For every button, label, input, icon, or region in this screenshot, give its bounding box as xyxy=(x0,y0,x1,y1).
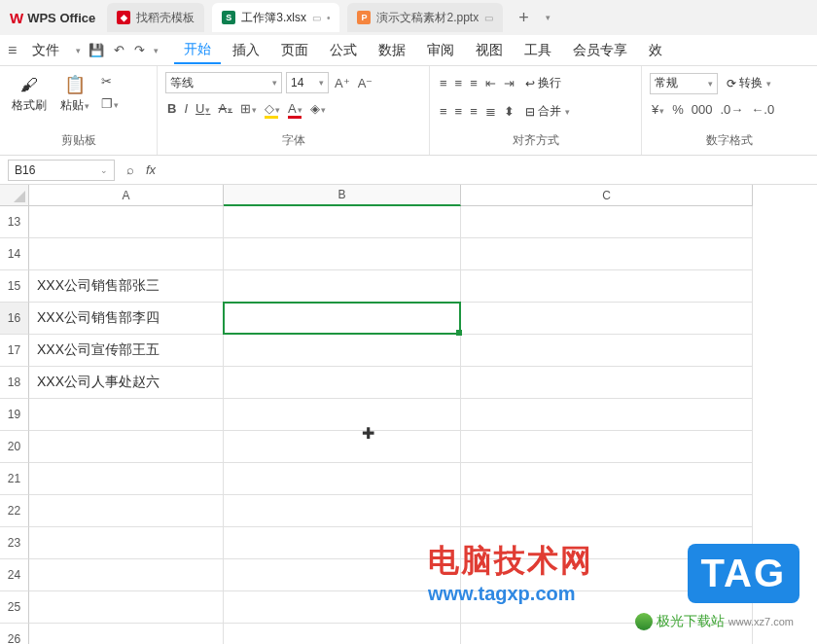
save-icon[interactable]: 💾 xyxy=(87,41,106,59)
copy-icon[interactable]: ❐▾ xyxy=(99,94,121,113)
row-header[interactable]: 16 xyxy=(0,303,29,335)
col-header-B[interactable]: B xyxy=(224,185,461,206)
row-header[interactable]: 23 xyxy=(0,527,29,559)
col-header-C[interactable]: C xyxy=(461,185,753,206)
cell[interactable] xyxy=(29,624,224,644)
menu-data[interactable]: 数据 xyxy=(369,38,415,63)
new-tab-button[interactable]: + xyxy=(511,8,537,28)
align-bottom-icon[interactable]: ≡ xyxy=(468,74,480,92)
menu-more[interactable]: 效 xyxy=(639,38,672,63)
align-center-icon[interactable]: ≡ xyxy=(453,102,465,121)
wrap-text-button[interactable]: ↩ 换行 xyxy=(520,72,566,94)
tab-templates[interactable]: ◆ 找稻壳模板 xyxy=(107,3,204,32)
border-button[interactable]: ⊞▾ xyxy=(238,99,259,118)
fx-icon[interactable]: fx xyxy=(146,162,156,177)
cell[interactable] xyxy=(224,206,461,238)
select-all-corner[interactable] xyxy=(0,185,29,206)
merge-cells-button[interactable]: ⊟ 合并▾ xyxy=(520,100,575,123)
convert-button[interactable]: ⟳ 转换▾ xyxy=(722,72,776,94)
cell[interactable]: XXX公司销售部张三 xyxy=(29,270,224,303)
font-name-select[interactable]: 等线▾ xyxy=(165,72,282,93)
cell[interactable] xyxy=(29,527,224,559)
name-box[interactable]: B16 ⌄ xyxy=(8,160,115,181)
orientation-icon[interactable]: ⬍ xyxy=(502,102,516,121)
decrease-font-icon[interactable]: A⁻ xyxy=(356,74,375,92)
row-header[interactable]: 19 xyxy=(0,399,29,431)
name-box-chevron-icon[interactable]: ⌄ xyxy=(100,165,108,175)
tab-menu-chevron-icon[interactable]: ▾ xyxy=(546,13,551,22)
cut-icon[interactable]: ✂ xyxy=(99,72,121,90)
tab-window-icon[interactable]: ▭ xyxy=(484,13,493,23)
row-header[interactable]: 21 xyxy=(0,463,29,495)
menu-page[interactable]: 页面 xyxy=(271,38,318,63)
cell[interactable] xyxy=(461,303,753,335)
cell[interactable] xyxy=(224,559,461,591)
formula-input[interactable] xyxy=(165,161,809,180)
menu-home[interactable]: 开始 xyxy=(174,37,221,64)
redo-icon[interactable]: ↷ xyxy=(132,41,147,59)
cell[interactable] xyxy=(461,270,753,303)
comma-icon[interactable]: 000 xyxy=(690,100,715,119)
cell[interactable] xyxy=(29,591,224,624)
col-header-A[interactable]: A xyxy=(29,185,224,206)
menu-tools[interactable]: 工具 xyxy=(515,38,561,63)
font-size-select[interactable]: 14▾ xyxy=(286,72,329,93)
cell[interactable] xyxy=(461,206,753,238)
row-header[interactable]: 25 xyxy=(0,591,29,624)
cell[interactable] xyxy=(29,399,224,431)
row-header[interactable]: 24 xyxy=(0,559,29,591)
justify-icon[interactable]: ≣ xyxy=(483,102,498,121)
paste-button[interactable]: 📋 粘贴▾ xyxy=(56,72,93,116)
bold-button[interactable]: B xyxy=(165,99,178,118)
cell[interactable] xyxy=(224,495,461,527)
cell[interactable]: XXX公司人事处赵六 xyxy=(29,367,224,399)
format-painter-button[interactable]: 🖌 格式刷 xyxy=(8,72,51,116)
cell[interactable]: XXX公司销售部李四 xyxy=(29,303,224,335)
cell[interactable]: XXX公司宣传部王五 xyxy=(29,335,224,367)
cell[interactable] xyxy=(224,624,461,644)
cell[interactable] xyxy=(224,270,461,303)
decrease-decimal-icon[interactable]: ←.0 xyxy=(749,100,776,119)
italic-button[interactable]: I xyxy=(182,99,190,118)
menu-formula[interactable]: 公式 xyxy=(320,38,367,63)
increase-decimal-icon[interactable]: .0→ xyxy=(719,100,746,119)
align-middle-icon[interactable]: ≡ xyxy=(453,74,465,92)
cell[interactable] xyxy=(461,335,753,367)
indent-increase-icon[interactable]: ⇥ xyxy=(502,74,516,92)
cell[interactable] xyxy=(224,591,461,624)
currency-icon[interactable]: ¥▾ xyxy=(650,100,666,119)
cell-grid[interactable]: XXX公司销售部张三 XXX公司销售部李四 XXX公司宣传部王五 XXX公司人事… xyxy=(29,206,753,644)
undo-icon[interactable]: ↶ xyxy=(112,41,126,59)
align-right-icon[interactable]: ≡ xyxy=(468,102,480,121)
cell[interactable] xyxy=(461,399,753,431)
cell[interactable] xyxy=(29,463,224,495)
menu-review[interactable]: 审阅 xyxy=(417,38,464,63)
file-chevron-icon[interactable]: ▾ xyxy=(76,46,81,55)
effects-button[interactable]: ◈▾ xyxy=(308,99,328,118)
cell[interactable] xyxy=(224,238,461,270)
fill-color-button[interactable]: ◇▾ xyxy=(263,99,282,118)
cell[interactable] xyxy=(461,238,753,270)
qat-chevron-icon[interactable]: ▾ xyxy=(154,46,159,55)
hamburger-icon[interactable]: ≡ xyxy=(8,42,17,59)
cell[interactable] xyxy=(29,559,224,591)
menu-insert[interactable]: 插入 xyxy=(223,38,269,63)
row-header[interactable]: 22 xyxy=(0,495,29,527)
row-header[interactable]: 26 xyxy=(0,624,29,644)
row-header[interactable]: 14 xyxy=(0,238,29,270)
row-header[interactable]: 20 xyxy=(0,431,29,463)
cell[interactable] xyxy=(461,495,753,527)
font-color-button[interactable]: A▾ xyxy=(286,99,304,118)
tab-window-icon[interactable]: ▭ xyxy=(312,13,321,23)
tab-dot-icon[interactable]: • xyxy=(327,13,331,23)
percent-icon[interactable]: % xyxy=(670,100,686,119)
align-left-icon[interactable]: ≡ xyxy=(438,102,449,121)
cell[interactable] xyxy=(29,495,224,527)
cell[interactable] xyxy=(29,238,224,270)
number-format-select[interactable]: 常规▾ xyxy=(650,73,718,94)
cell[interactable] xyxy=(29,431,224,463)
menu-member[interactable]: 会员专享 xyxy=(563,38,637,63)
cell[interactable] xyxy=(224,399,461,431)
cell[interactable] xyxy=(224,463,461,495)
strikethrough-button[interactable]: A▾ xyxy=(216,99,234,118)
